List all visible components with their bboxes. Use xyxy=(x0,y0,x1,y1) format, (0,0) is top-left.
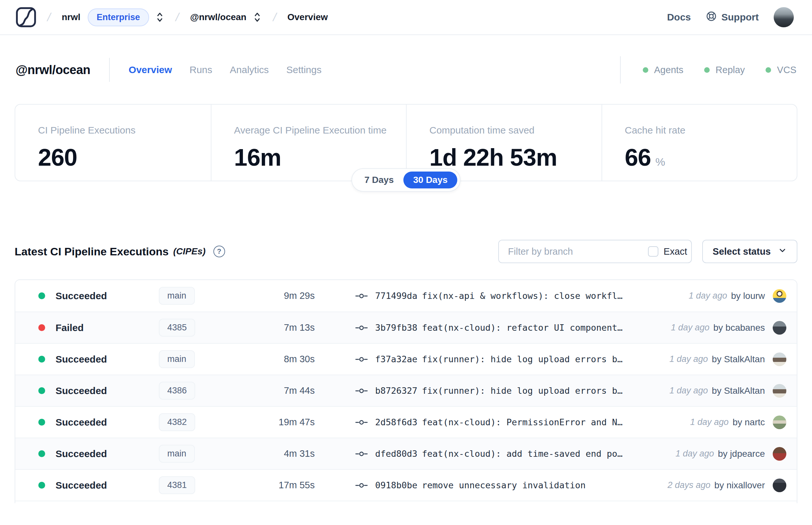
duration: 17m 55s xyxy=(266,480,315,491)
breadcrumb-page: Overview xyxy=(288,12,328,22)
cipe-section-header: Latest CI Pipeline Executions (CIPEs) ? … xyxy=(0,240,812,263)
commit-message: remove unnecessary invalidation xyxy=(422,480,586,490)
breadcrumb-separator: / xyxy=(174,10,181,24)
duration: 4m 31s xyxy=(266,448,315,459)
commit-hash[interactable]: 0918b0be xyxy=(375,480,417,490)
service-vcs[interactable]: VCS xyxy=(766,65,796,75)
workspace-switcher-chevrons-icon[interactable] xyxy=(252,12,262,23)
exact-checkbox[interactable] xyxy=(648,246,658,257)
status-dot-icon xyxy=(38,450,45,457)
time-ago: 1 day ago xyxy=(676,449,714,459)
status-dot-icon xyxy=(38,292,45,299)
status-dot-icon xyxy=(643,67,648,73)
branch-badge[interactable]: main xyxy=(159,445,195,463)
commit-hash[interactable]: f37a32ae xyxy=(375,354,417,364)
status-dot-icon xyxy=(38,324,45,331)
status-label: Succeeded xyxy=(45,417,142,428)
status-label: Succeeded xyxy=(45,290,142,301)
service-agents[interactable]: Agents xyxy=(643,65,684,75)
author-avatar[interactable] xyxy=(773,447,786,461)
duration: 7m 13s xyxy=(266,322,315,333)
author-avatar[interactable] xyxy=(773,321,786,335)
breadcrumb-workspace[interactable]: @nrwl/ocean xyxy=(190,12,246,22)
tab-runs[interactable]: Runs xyxy=(189,64,212,75)
commit-message: feat(nx-cloud): add time-saved end po… xyxy=(422,449,623,459)
author-avatar[interactable] xyxy=(773,352,786,366)
branch-badge[interactable]: 4385 xyxy=(159,319,195,336)
commit-message: fix(runner): hide log upload errors b… xyxy=(422,386,623,396)
branch-badge[interactable]: main xyxy=(159,350,195,368)
help-icon[interactable]: ? xyxy=(213,245,225,257)
chevron-down-icon xyxy=(778,246,787,257)
docs-link[interactable]: Docs xyxy=(667,12,691,23)
workspace-header: @nrwl/ocean Overview Runs Analytics Sett… xyxy=(0,55,812,85)
time-ago: 2 days ago xyxy=(668,480,710,490)
branch-badge[interactable]: main xyxy=(159,287,195,305)
table-row[interactable]: Succeeded 4382 19m 47s 2d58f6d3feat(nx-c… xyxy=(15,406,797,438)
stat-card-cipe-count: CI Pipeline Executions 260 xyxy=(15,105,211,181)
service-replay[interactable]: Replay xyxy=(704,65,745,75)
branch-filter-input[interactable] xyxy=(499,240,640,262)
status-label: Succeeded xyxy=(45,448,142,460)
author-avatar[interactable] xyxy=(773,289,786,303)
divider xyxy=(109,58,110,82)
commit-message: feat(nx-cloud): PermissionError and N… xyxy=(422,417,623,427)
lifebuoy-icon xyxy=(706,11,717,24)
workspace-tabs: Overview Runs Analytics Settings xyxy=(128,64,322,75)
table-row[interactable]: Succeeded main 9m 29s 771499dafix(nx-api… xyxy=(15,280,797,312)
status-dot-icon xyxy=(38,419,45,425)
cipe-table: Succeeded main 9m 29s 771499dafix(nx-api… xyxy=(15,280,797,503)
time-ago: 1 day ago xyxy=(689,291,727,301)
workspace-title: @nrwl/ocean xyxy=(16,63,90,77)
section-subtitle: (CIPEs) xyxy=(173,246,205,257)
range-7-days-button[interactable]: 7 Days xyxy=(355,171,403,189)
plan-badge: Enterprise xyxy=(88,9,149,26)
status-select-dropdown[interactable]: Select status xyxy=(702,240,797,263)
author-avatar[interactable] xyxy=(773,479,786,492)
commit-hash[interactable]: b8726327 xyxy=(375,386,417,396)
nx-cloud-logo-icon[interactable] xyxy=(16,7,36,28)
time-ago: 1 day ago xyxy=(690,417,729,427)
exact-match-toggle[interactable]: Exact xyxy=(640,240,692,262)
commit-hash[interactable]: 3b79fb38 xyxy=(375,322,417,333)
org-switcher-chevrons-icon[interactable] xyxy=(155,12,165,23)
table-row[interactable]: Succeeded 4381 17m 55s 0918b0beremove un… xyxy=(15,469,797,501)
commit-hash[interactable]: 2d58f6d3 xyxy=(375,417,417,427)
breadcrumb-org[interactable]: nrwl xyxy=(62,12,80,22)
git-commit-icon xyxy=(354,355,369,364)
user-avatar[interactable] xyxy=(774,7,794,27)
tab-settings[interactable]: Settings xyxy=(287,64,322,75)
table-row[interactable]: Succeeded main 8m 30s f37a32aefix(runner… xyxy=(15,343,797,375)
support-link[interactable]: Support xyxy=(706,11,759,24)
tab-overview[interactable]: Overview xyxy=(128,64,172,75)
branch-badge[interactable]: 4381 xyxy=(159,476,195,494)
table-row[interactable]: Succeeded main 4m 31s dfed80d3feat(nx-cl… xyxy=(15,438,797,469)
duration: 9m 29s xyxy=(266,290,315,301)
git-commit-icon xyxy=(354,386,369,396)
duration: 8m 30s xyxy=(266,354,315,364)
status-dot-icon xyxy=(38,482,45,489)
status-label: Succeeded xyxy=(45,385,142,396)
author: by nixallover xyxy=(714,480,765,491)
commit-hash[interactable]: dfed80d3 xyxy=(375,449,417,459)
time-ago: 1 day ago xyxy=(670,386,708,396)
breadcrumb-separator: / xyxy=(272,10,278,24)
tab-analytics[interactable]: Analytics xyxy=(230,64,269,75)
date-range-toggle: 7 Days 30 Days xyxy=(351,168,461,192)
git-commit-icon xyxy=(354,449,369,459)
status-dot-icon xyxy=(38,387,45,394)
author-avatar[interactable] xyxy=(773,416,786,429)
branch-badge[interactable]: 4386 xyxy=(159,382,195,400)
range-30-days-button[interactable]: 30 Days xyxy=(403,171,457,189)
time-ago: 1 day ago xyxy=(671,322,710,333)
git-commit-icon xyxy=(354,291,369,301)
stat-card-cache-hit-rate: Cache hit rate 66 % xyxy=(601,105,797,181)
branch-badge[interactable]: 4382 xyxy=(159,413,195,431)
topbar-actions: Docs Support xyxy=(667,7,794,27)
author: by bcabanes xyxy=(713,322,765,333)
table-row[interactable]: Failed 4385 7m 13s 3b79fb38feat(nx-cloud… xyxy=(15,312,797,343)
commit-hash[interactable]: 771499da xyxy=(375,291,417,301)
stat-cards: CI Pipeline Executions 260 Average CI Pi… xyxy=(15,104,797,181)
author-avatar[interactable] xyxy=(773,384,786,397)
table-row[interactable]: Succeeded 4386 7m 44s b8726327fix(runner… xyxy=(15,375,797,406)
